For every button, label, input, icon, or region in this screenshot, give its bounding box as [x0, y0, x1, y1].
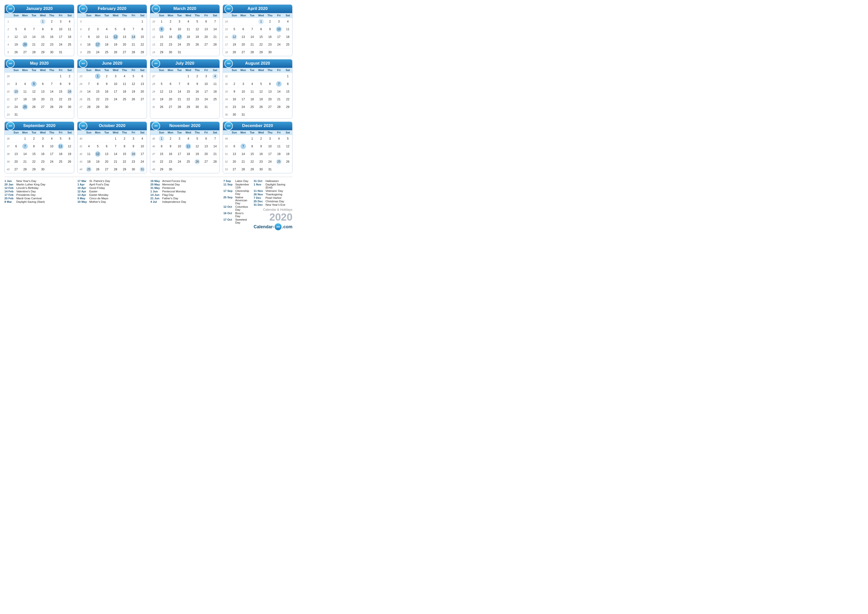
cal-day: 8	[251, 144, 254, 149]
cal-day: 13	[23, 34, 27, 40]
cal-week: 5113141516171819	[223, 150, 292, 158]
holiday-name: Christmas Day	[265, 200, 284, 203]
day-cell	[29, 18, 38, 25]
day-header-sat: Sat	[65, 14, 74, 17]
day-headers: SunMonTueWedThuFriSat	[5, 13, 74, 18]
week-number: 37	[5, 143, 12, 150]
cal-day: 13	[168, 89, 172, 94]
holiday-name: Memorial Day	[162, 183, 180, 186]
day-cell: 5	[257, 80, 265, 88]
day-cell: 16	[47, 33, 56, 40]
day-cell: 7	[239, 143, 248, 150]
cal-day: 17	[50, 151, 54, 157]
day-header-sun: Sun	[230, 131, 239, 134]
day-cell: 10	[111, 80, 120, 88]
day-cell: 16	[38, 150, 47, 158]
day-cell: 10	[47, 143, 56, 150]
day-header-tue: Tue	[248, 68, 257, 72]
holiday-date: 12 Apr	[78, 190, 88, 193]
day-cell: 6	[102, 143, 111, 150]
cal-week: 923242526272829	[78, 48, 147, 56]
cal-day: 27	[40, 104, 45, 110]
day-cell: 9	[65, 80, 74, 88]
holiday-row: 7 DecPearl Harbor	[254, 196, 293, 199]
cal-day: 13	[204, 144, 208, 149]
cal-day: 7	[240, 144, 246, 149]
day-cell: 8	[120, 143, 129, 150]
day-cell: 9	[257, 143, 265, 150]
cal-day: 26	[194, 159, 200, 165]
day-cell: 16	[265, 33, 274, 40]
day-header-tue: Tue	[102, 131, 111, 134]
cal-day: 12	[195, 26, 199, 32]
week-number: 14	[150, 48, 157, 56]
day-cell	[20, 111, 29, 118]
holiday-row: 25 MayMemorial Day	[150, 183, 219, 186]
day-header-tue: Tue	[175, 68, 184, 72]
cal-week: 27 1234	[150, 73, 220, 80]
cal-day: 15	[250, 151, 254, 157]
day-cell: 14	[20, 150, 29, 158]
day-cell: 2	[102, 73, 111, 80]
cal-day: 5	[196, 19, 199, 24]
day-cell: 15	[184, 88, 193, 95]
cal-day: 7	[251, 26, 254, 32]
day-cell	[93, 18, 102, 25]
cal-day: 8	[96, 81, 99, 87]
day-cell: 14	[274, 88, 283, 95]
day-header-wed: Wed	[184, 14, 193, 17]
holiday-date: 17 Mar	[78, 179, 88, 182]
day-cell: 19	[157, 96, 166, 103]
day-cell: 6	[265, 80, 274, 88]
day-header-wed: Wed	[38, 131, 47, 134]
day-cell	[84, 18, 93, 25]
day-cell: 19	[12, 41, 20, 48]
day-cell	[84, 73, 93, 80]
cal-day: 13	[140, 81, 144, 87]
cal-day: 7	[114, 144, 117, 149]
cal-day: 31	[204, 104, 208, 110]
holiday-date: 4 Jul	[150, 200, 161, 203]
cal-day: 29	[58, 104, 63, 110]
day-cell: 17	[175, 150, 184, 158]
cal-day: 28	[241, 166, 245, 172]
cal-day: 23	[259, 159, 263, 165]
cal-day: 8	[160, 144, 163, 149]
day-cell: 2	[29, 135, 38, 142]
day-cell: 28	[20, 166, 29, 173]
cal-day: 1	[24, 136, 26, 141]
cal-day: 25	[276, 159, 282, 165]
day-cell: 13	[265, 88, 274, 95]
cal-day: 21	[23, 159, 27, 165]
day-cell: 8	[157, 25, 166, 33]
day-header-thu: Thu	[47, 14, 56, 17]
holiday-name: April Fool's Day	[89, 183, 109, 186]
cal-day: 8	[33, 144, 36, 149]
holiday-date: 12 Oct	[223, 205, 234, 211]
holiday-row: 12 FebLincoln's Birthday	[5, 187, 73, 190]
week-number: 18	[5, 73, 12, 80]
cal-day: 28	[87, 104, 91, 110]
day-cell: 24	[175, 41, 184, 48]
day-cell: 31	[175, 48, 184, 56]
day-cell: 15	[93, 88, 102, 95]
day-header-fri: Fri	[129, 68, 138, 72]
cal-day: 3	[277, 19, 281, 24]
day-cell	[65, 111, 74, 118]
day-cell: 19	[193, 150, 202, 158]
day-cell: 4	[274, 135, 283, 142]
day-cell: 26	[29, 103, 38, 111]
cal-day: 24	[140, 159, 144, 165]
cal-day: 10	[241, 89, 245, 94]
week-number: 31	[223, 73, 230, 80]
cal-day: 28	[50, 104, 54, 110]
cal-day: 18	[122, 89, 126, 94]
cal-day: 5	[287, 136, 289, 141]
cal-week: 2621222324252627	[78, 96, 147, 103]
day-cell: 29	[56, 103, 65, 111]
day-cell: 29	[93, 103, 102, 111]
day-cell	[12, 135, 20, 142]
cal-day: 1	[187, 73, 190, 79]
cal-day: 14	[50, 89, 54, 94]
day-cell: 6	[239, 25, 248, 33]
